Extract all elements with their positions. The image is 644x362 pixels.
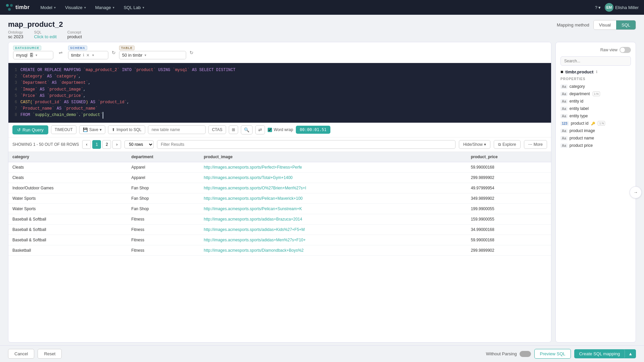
prop-type-badge: Aa (560, 99, 568, 104)
word-wrap-checkbox[interactable] (268, 128, 272, 132)
product-image-link[interactable]: http://images.acmesports.sports/adidas+K… (204, 227, 305, 232)
properties-search-input[interactable] (560, 56, 631, 66)
col-header-product_price[interactable]: product_price (467, 152, 551, 162)
datasource-select[interactable]: mysql 🗄 ▾ (13, 51, 53, 59)
table-cell-category: Indoor/Outdoor Games (8, 183, 127, 193)
refresh-icon[interactable]: ↻ (112, 50, 116, 55)
table-cell-department: Fitness (127, 245, 200, 255)
mapping-visual-btn[interactable]: Visual (594, 20, 616, 29)
product-image-link[interactable]: http://images.acmesports.sports/Perfect+… (204, 165, 302, 170)
property-item-department[interactable]: Aadepartment1:N (560, 90, 631, 98)
pagination: ‹ 1 2 › (82, 140, 121, 149)
transform-button[interactable]: ⇄ (255, 125, 265, 134)
product-image-link[interactable]: http://images.acmesports.sports/O%27Brie… (204, 186, 306, 190)
product-image-link[interactable]: http://images.acmesports.sports/Pelican+… (204, 196, 303, 201)
col-header-category[interactable]: category (8, 152, 127, 162)
info-icon[interactable]: ℹ (596, 70, 597, 74)
table-row: Indoor/Outdoor GamesFan Shophttp://image… (8, 183, 551, 193)
mapping-sql-btn[interactable]: SQL (616, 20, 636, 29)
table-group: TABLE 50 in timbr ▾ (119, 46, 186, 59)
entity-row: ■ timbr.product ℹ (560, 69, 631, 74)
sql-click-to-edit[interactable]: Click to edit (34, 34, 57, 39)
timeout-button[interactable]: TIMEOUT (51, 125, 76, 134)
cancel-button[interactable]: Cancel (8, 349, 34, 359)
product-image-link[interactable]: http://images.acmesports.sports/Total+Gy… (204, 175, 292, 180)
col-header-product_image[interactable]: product_image (200, 152, 467, 162)
property-item-product-id[interactable]: 123product id🔑1:N (560, 120, 631, 127)
nav-manage[interactable]: Manage ▾ (91, 3, 118, 12)
panel-nav-arrow[interactable]: → (630, 186, 642, 198)
nav-visualize[interactable]: Visualize ▾ (61, 3, 90, 12)
product-image-link[interactable]: http://images.acmesports.sports/Diamondb… (204, 248, 304, 253)
raw-view-toggle[interactable] (620, 47, 631, 53)
import-sql-button[interactable]: ⬆ Import to SQL (108, 125, 145, 134)
property-item-category[interactable]: Aacategory (560, 83, 631, 90)
bottom-right: Without Parsing Preview SQL Create SQL m… (486, 349, 636, 359)
filter-results-input[interactable] (157, 140, 455, 149)
schema-group: SCHEMA timbr ℹ ✕ ▾ (68, 46, 108, 59)
properties-list: AacategoryAadepartment1:NAaentity idAaen… (560, 83, 631, 149)
refresh-table-icon[interactable]: ↻ (190, 50, 194, 55)
table-cell-product_price: 299.9899902 (467, 245, 551, 255)
schema-select[interactable]: timbr ℹ ✕ ▾ (68, 51, 108, 59)
chevron-down-icon: ▾ (113, 6, 114, 9)
property-item-product-price[interactable]: Aaproduct price (560, 142, 631, 149)
property-item-product-image[interactable]: Aaproduct image (560, 127, 631, 134)
property-item-entity-type[interactable]: Aaentity type (560, 112, 631, 120)
more-button[interactable]: ⋯ More (524, 140, 547, 149)
sql-line-7: 7 `Product_name` AS `product_name` (12, 106, 547, 112)
prop-name: category (570, 84, 585, 89)
col-header-department[interactable]: department (127, 152, 200, 162)
sql-line-3: 3 `Department` AS `department`, (12, 80, 547, 86)
create-sql-mapping-dropdown-button[interactable]: ▲ (625, 349, 636, 358)
app-logo[interactable]: timbr (5, 3, 30, 11)
chevron-down-icon: ▾ (598, 5, 601, 10)
without-parsing-toggle[interactable] (520, 351, 531, 357)
property-item-entity-id[interactable]: Aaentity id (560, 98, 631, 105)
page-1-button[interactable]: 1 (92, 140, 101, 149)
table-cell-department: Fitness (127, 224, 200, 235)
table-scroll[interactable]: categorydepartmentproduct_imageproduct_p… (8, 152, 551, 343)
explore-button[interactable]: ⧉ Explore (494, 140, 521, 149)
table-cell-category: Cleats (8, 162, 127, 172)
property-item-entity-label[interactable]: Aaentity label (560, 105, 631, 112)
sql-line-1: 1 CREATE OR REPLACE MAPPING `map_product… (12, 67, 547, 73)
prop-type-badge: Aa (560, 107, 568, 111)
next-page-button[interactable]: › (112, 140, 121, 149)
nav-model[interactable]: Model ▾ (37, 3, 60, 12)
hide-show-button[interactable]: Hide/Show ▾ (459, 140, 490, 149)
page-2-button[interactable]: 2 (102, 140, 111, 149)
ctas-button[interactable]: CTAS (208, 125, 226, 134)
datasource-group: DATASOURCE mysql 🗄 ▾ (13, 46, 53, 59)
clear-schema-icon[interactable]: ✕ (86, 53, 90, 58)
table-cell-product_price: 59.99000168 (467, 162, 551, 172)
nav-right-section: ? ▾ EM Elisha Miller (595, 3, 639, 12)
prop-name: department (570, 92, 590, 96)
table-select[interactable]: 50 in timbr ▾ (119, 51, 186, 59)
ontology-meta: Ontology sc 2023 (8, 30, 23, 39)
reset-button[interactable]: Reset (38, 349, 62, 359)
rows-per-page-select[interactable]: 50 rows25 rows100 rows (124, 140, 154, 148)
product-image-link[interactable]: http://images.acmesports.sports/adidas+M… (204, 238, 306, 242)
property-item-product-name[interactable]: Aaproduct name (560, 134, 631, 142)
grid-view-button[interactable]: ⊞ (229, 125, 238, 134)
table-row: CleatsApparelhttp://images.acmesports.sp… (8, 162, 551, 172)
product-image-link[interactable]: http://images.acmesports.sports/Pelican+… (204, 206, 302, 211)
nav-sqllab[interactable]: SQL Lab ▾ (120, 3, 148, 12)
product-image-link[interactable]: http://images.acmesports.sports/adidas+B… (204, 217, 302, 222)
table-row: BasketballFitnesshttp://images.acmesport… (8, 245, 551, 255)
search-button[interactable]: 🔍 (241, 125, 253, 134)
save-button[interactable]: 💾 Save ▾ (79, 125, 105, 134)
table-cell-product_image: http://images.acmesports.sports/O%27Brie… (200, 183, 467, 193)
prev-page-button[interactable]: ‹ (82, 140, 91, 149)
run-query-button[interactable]: ↺ Run Query (12, 125, 48, 134)
table-cell-product_image: http://images.acmesports.sports/adidas+K… (200, 224, 467, 235)
table-name-input[interactable] (148, 125, 206, 134)
sql-editor[interactable]: 1 CREATE OR REPLACE MAPPING `map_product… (8, 63, 551, 123)
table-cell-product_image: http://images.acmesports.sports/Pelican+… (200, 203, 467, 214)
create-sql-mapping-button[interactable]: Create SQL mapping (574, 349, 625, 358)
connector-icon: ⇌ (59, 50, 63, 55)
user-menu[interactable]: EM Elisha Miller (605, 3, 639, 12)
preview-sql-button[interactable]: Preview SQL (534, 349, 571, 359)
help-button[interactable]: ? ▾ (595, 5, 601, 10)
